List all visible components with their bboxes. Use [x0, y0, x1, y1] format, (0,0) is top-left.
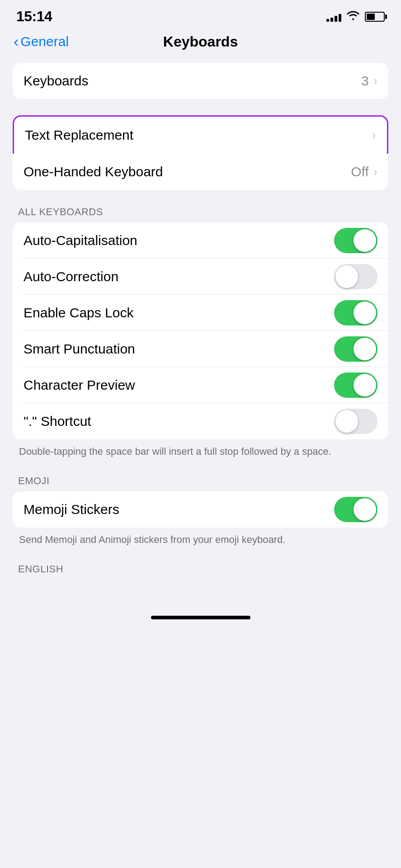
keyboards-label: Keyboards [24, 73, 88, 89]
back-button[interactable]: ‹ General [14, 34, 69, 49]
text-replacement-row[interactable]: Text Replacement › [14, 117, 387, 154]
text-replacement-label: Text Replacement [25, 127, 133, 143]
one-handed-chevron-icon: › [373, 165, 377, 179]
toggle-knob [354, 374, 376, 396]
enable-caps-lock-row[interactable]: Enable Caps Lock [13, 295, 388, 331]
toggle-knob [335, 410, 358, 433]
period-shortcut-label: "." Shortcut [24, 414, 91, 429]
smart-punctuation-label: Smart Punctuation [24, 341, 135, 357]
keyboards-row-right: 3 › [361, 73, 377, 89]
emoji-footer: Send Memoji and Animoji stickers from yo… [13, 528, 388, 547]
auto-correction-row[interactable]: Auto-Correction [13, 259, 388, 295]
keyboards-section: Keyboards 3 › [13, 63, 388, 99]
wifi-icon [347, 10, 359, 23]
one-handed-label: One-Handed Keyboard [24, 164, 163, 179]
character-preview-label: Character Preview [24, 377, 135, 393]
memoji-stickers-toggle[interactable] [334, 497, 377, 522]
keyboards-card: Keyboards 3 › [13, 63, 388, 99]
toggle-knob [354, 302, 376, 324]
status-bar: 15:14 [0, 0, 401, 29]
smart-punctuation-row[interactable]: Smart Punctuation [13, 331, 388, 367]
text-replacement-right: › [372, 128, 376, 142]
content: Keyboards 3 › Text Replacement › One-Han… [0, 58, 401, 598]
status-time: 15:14 [16, 8, 52, 25]
period-shortcut-row[interactable]: "." Shortcut [13, 403, 388, 439]
memoji-stickers-row[interactable]: Memoji Stickers [13, 491, 388, 528]
keyboards-chevron-icon: › [373, 74, 377, 88]
enable-caps-lock-toggle[interactable] [334, 300, 377, 326]
all-keyboards-group: ALL KEYBOARDS Auto-Capitalisation Auto-C… [13, 206, 388, 459]
toggle-knob [354, 229, 376, 252]
auto-correction-toggle[interactable] [334, 264, 377, 289]
keyboards-row[interactable]: Keyboards 3 › [13, 63, 388, 99]
one-handed-row[interactable]: One-Handed Keyboard Off › [13, 154, 388, 190]
smart-punctuation-toggle[interactable] [334, 336, 377, 362]
character-preview-row[interactable]: Character Preview [13, 367, 388, 403]
auto-capitalisation-toggle[interactable] [334, 228, 377, 253]
nav-header: ‹ General Keyboards [0, 29, 401, 58]
all-keyboards-section-label: ALL KEYBOARDS [13, 206, 388, 222]
signal-icon [326, 12, 341, 22]
character-preview-toggle[interactable] [334, 373, 377, 398]
enable-caps-lock-label: Enable Caps Lock [24, 305, 134, 321]
battery-icon [365, 12, 385, 22]
period-shortcut-toggle[interactable] [334, 409, 377, 434]
page-title: Keyboards [163, 33, 238, 50]
one-handed-card: One-Handed Keyboard Off › [13, 154, 388, 190]
emoji-section-label: EMOJI [13, 475, 388, 491]
english-section-label: ENGLISH [13, 563, 388, 580]
back-label: General [20, 34, 69, 49]
auto-capitalisation-row[interactable]: Auto-Capitalisation [13, 222, 388, 259]
all-keyboards-card: Auto-Capitalisation Auto-Correction Enab… [13, 222, 388, 439]
home-bar [151, 616, 250, 619]
text-replacement-chevron-icon: › [372, 128, 376, 142]
home-indicator [0, 607, 401, 624]
auto-capitalisation-label: Auto-Capitalisation [24, 233, 137, 248]
toggle-knob [354, 498, 376, 521]
one-handed-right: Off › [351, 164, 377, 179]
all-keyboards-footer: Double-tapping the space bar will insert… [13, 439, 388, 459]
back-chevron-icon: ‹ [14, 33, 19, 49]
toggle-knob [335, 265, 358, 288]
text-replacement-card: Text Replacement › [13, 115, 388, 154]
emoji-group: EMOJI Memoji Stickers Send Memoji and An… [13, 475, 388, 547]
memoji-stickers-label: Memoji Stickers [24, 502, 119, 517]
one-handed-value: Off [351, 164, 368, 179]
keyboards-count: 3 [361, 73, 369, 89]
toggle-knob [354, 338, 376, 360]
auto-correction-label: Auto-Correction [24, 269, 118, 284]
emoji-card: Memoji Stickers [13, 491, 388, 528]
text-section: Text Replacement › One-Handed Keyboard O… [13, 115, 388, 190]
status-icons [326, 10, 385, 23]
